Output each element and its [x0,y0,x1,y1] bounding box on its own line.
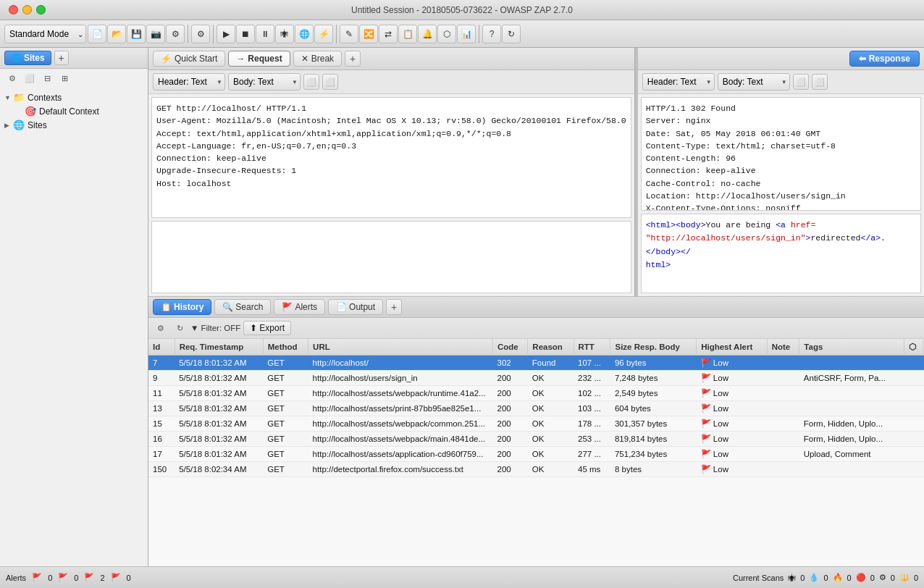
col-note: Note [767,339,799,356]
open-session-icon[interactable]: 📂 [107,25,126,43]
alerts-tab[interactable]: 🚩 Alerts [274,299,325,315]
cell-rtt: 277 ... [574,447,610,462]
cell-expand [904,356,924,371]
help-icon[interactable]: ? [482,25,501,43]
mode-select[interactable]: Standard Mode Safe Mode Protected Mode A… [4,25,86,43]
orange-flag-icon: 🚩 [58,573,68,582]
table-header: Id Req. Timestamp Method URL Code Reason… [148,339,924,356]
table-row[interactable]: 7 5/5/18 8:01:32 AM GET http://localhost… [148,356,924,371]
export-button[interactable]: ⬆ Export [243,321,291,335]
ajax-scan-icon: 💧 [809,573,819,582]
table-row[interactable]: 13 5/5/18 8:01:32 AM GET http://localhos… [148,401,924,416]
filter-icon: ▼ [190,324,198,332]
snapshot-session-icon[interactable]: 📷 [146,25,165,43]
sites-tree-item[interactable]: ▶ 🌐 Sites [0,118,148,132]
contexts-tree-item[interactable]: ▼ 📁 Contexts [0,91,148,104]
cell-expand [904,416,924,432]
search-tab[interactable]: 🔍 Search [214,299,271,315]
table-row[interactable]: 17 5/5/18 8:01:32 AM GET http://localhos… [148,447,924,462]
output-tab-icon: 📄 [336,302,347,312]
search-tab-label: Search [235,302,263,312]
output-tab[interactable]: 📄 Output [328,299,383,315]
close-button[interactable] [9,5,18,14]
manual-request-icon[interactable]: ✎ [340,25,358,43]
cell-method: GET [263,432,308,447]
main-toolbar: Standard Mode Safe Mode Protected Mode A… [0,20,924,48]
cell-reason: Found [528,356,574,371]
cell-url: http://localhost/assets/application-cd96… [308,447,493,462]
header-format-select[interactable]: Header: Text [153,73,225,91]
cell-url: http://localhost/assets/print-87bb95ae82… [308,401,493,416]
history-tab[interactable]: 📋 History [153,299,211,315]
other-scan-icon: 🔱 [899,573,910,582]
spider-scan-count: 0 [800,574,805,582]
window-title: Untitled Session - 20180505-073622 - OWA… [351,5,573,15]
options-icon[interactable]: ⚙ [191,25,210,43]
table-row[interactable]: 16 5/5/18 8:01:32 AM GET http://localhos… [148,432,924,447]
default-context-label: Default Context [39,106,99,117]
spider-icon[interactable]: 🕷 [275,25,294,43]
sidebar-collapse-icon[interactable]: ⊟ [39,70,55,86]
history-tab-label: History [174,302,203,312]
add-bottom-tab-button[interactable]: + [386,299,402,315]
sidebar-filter-icon[interactable]: ⊞ [56,70,72,86]
response-body-text[interactable]: <html><body>You are being <a href= "http… [641,214,921,293]
stop-scan-icon[interactable]: ⏹ [236,25,255,43]
sites-button[interactable]: 🌐 Sites [4,51,51,65]
request-header-text[interactable]: GET http://localhost/ HTTP/1.1 User-Agen… [151,97,631,218]
response-header-format-select[interactable]: Header: Text [642,73,715,91]
save-request-icon[interactable]: ⬜ [322,74,338,90]
alert-filter-icon[interactable]: 🔔 [418,25,437,43]
table-row[interactable]: 11 5/5/18 8:01:32 AM GET http://localhos… [148,386,924,401]
cell-tags [799,462,904,477]
update-icon[interactable]: ↻ [502,25,521,43]
add-site-button[interactable]: + [54,51,69,65]
websocket-icon[interactable]: ⇄ [379,25,398,43]
fuzzer-icon[interactable]: 🔀 [359,25,378,43]
request-body-text[interactable] [151,221,631,293]
scan-policy-icon[interactable]: 📋 [398,25,417,43]
persist-session-icon[interactable]: 💾 [127,25,146,43]
ajax-spider-icon[interactable]: 🌐 [295,25,314,43]
cell-code: 200 [492,401,527,416]
sites-label: Sites [24,53,45,63]
report-icon[interactable]: 📊 [457,25,476,43]
copy-response-icon[interactable]: ⬜ [793,74,809,90]
pause-scan-icon[interactable]: ⏸ [256,25,274,43]
cell-rtt: 253 ... [574,432,610,447]
cell-id: 17 [148,447,175,462]
history-options-icon[interactable]: ⚙ [153,320,169,336]
maximize-button[interactable] [36,5,46,14]
sidebar-options-icon[interactable]: ⚙ [4,70,20,86]
cell-url: http://detectportal.firefox.com/success.… [308,462,493,477]
new-scan-icon[interactable]: ▶ [217,25,235,43]
cell-size: 301,357 bytes [610,416,697,432]
session-properties-icon[interactable]: ⚙ [166,25,185,43]
add-request-tab-button[interactable]: + [345,51,361,67]
table-row[interactable]: 9 5/5/18 8:01:32 AM GET http://localhost… [148,371,924,386]
save-response-icon[interactable]: ⬜ [812,74,828,90]
new-session-icon[interactable]: 📄 [88,25,106,43]
active-scan-icon[interactable]: ⚡ [314,25,333,43]
table-row[interactable]: 150 5/5/18 8:02:34 AM GET http://detectp… [148,462,924,477]
break-tab[interactable]: ✕ Break [293,51,342,67]
response-button[interactable]: ⬅ Response [849,51,920,67]
cell-timestamp: 5/5/18 8:01:32 AM [175,416,263,432]
a-open-tag: <a [776,220,791,230]
cell-id: 16 [148,432,175,447]
request-tab[interactable]: → Request [228,51,290,67]
copy-request-icon[interactable]: ⬜ [303,74,319,90]
quick-start-tab[interactable]: ⚡ Quick Start [153,51,225,67]
cell-code: 200 [492,462,527,477]
response-body-format-select[interactable]: Body: Text [718,73,790,91]
table-row[interactable]: 15 5/5/18 8:01:32 AM GET http://localhos… [148,416,924,432]
default-context-item[interactable]: 🎯 Default Context [12,104,148,118]
minimize-button[interactable] [22,5,32,14]
cell-timestamp: 5/5/18 8:02:34 AM [175,462,263,477]
response-arrow-icon: ⬅ [859,54,866,64]
body-format-select[interactable]: Body: Text [228,73,301,91]
sidebar-expand-icon[interactable]: ⬜ [22,70,38,86]
response-header-text[interactable]: HTTP/1.1 302 Found Server: nginx Date: S… [641,97,921,211]
history-refresh-icon[interactable]: ↻ [172,320,188,336]
compare-icon[interactable]: ⬡ [437,25,456,43]
